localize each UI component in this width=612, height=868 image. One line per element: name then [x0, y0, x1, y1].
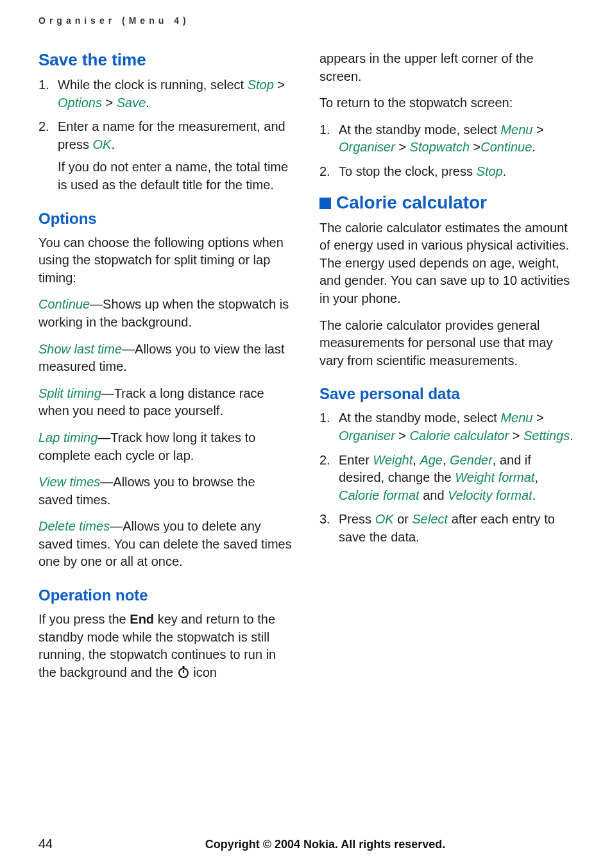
- save-personal-list: 1. At the standby mode, select Menu > Or…: [319, 409, 574, 546]
- text: At the standby mode, select: [339, 123, 500, 137]
- svg-rect-1: [182, 666, 184, 668]
- text: Enter: [339, 453, 373, 467]
- heading-operation-note: Operation note: [38, 586, 293, 604]
- list-body: Enter a name for the measurement, and pr…: [58, 118, 293, 194]
- action-label: OK: [375, 512, 394, 526]
- page-number: 44: [38, 837, 77, 851]
- menu-path-item: Continue: [480, 140, 532, 154]
- text: >: [532, 411, 543, 425]
- option-name: Split timing: [38, 386, 101, 400]
- action-label: OK: [92, 137, 111, 151]
- text: or: [394, 512, 412, 526]
- list-item: 2. Enter a name for the measurement, and…: [38, 118, 293, 194]
- list-number: 2.: [38, 118, 58, 194]
- text: >: [395, 429, 410, 443]
- text: If you do not enter a name, the total ti…: [58, 158, 293, 194]
- menu-path-item: Calorie calculator: [410, 429, 509, 443]
- text: .: [111, 137, 115, 151]
- menu-path-item: Stop: [248, 78, 274, 92]
- list-item: 2. Enter Weight, Age, Gender, and if des…: [319, 452, 574, 505]
- option-item: Split timing—Track a long distance race …: [38, 385, 293, 420]
- list-number: 1.: [319, 409, 339, 445]
- text: If you press the: [38, 612, 130, 626]
- list-body: To stop the clock, press Stop.: [339, 163, 574, 181]
- menu-path-item: Organiser: [339, 140, 395, 154]
- text: ,: [534, 470, 538, 484]
- text: .: [570, 429, 574, 443]
- list-number: 1.: [319, 121, 339, 157]
- heading-save-personal-data: Save personal data: [319, 385, 574, 403]
- copyright-text: Copyright © 2004 Nokia. All rights reser…: [77, 838, 574, 851]
- option-name: Continue: [38, 297, 90, 311]
- stopwatch-icon: [177, 665, 190, 678]
- content-columns: Save the time 1. While the clock is runn…: [38, 44, 574, 690]
- text: >: [102, 96, 117, 110]
- field-name: Weight: [373, 453, 412, 467]
- page-header: Organiser (Menu 4): [38, 15, 574, 26]
- text: >: [470, 140, 480, 154]
- heading-calorie-calculator: Calorie calculator: [319, 192, 574, 213]
- list-item: 2. To stop the clock, press Stop.: [319, 163, 574, 181]
- text: The calorie calculator estimates the amo…: [319, 219, 574, 308]
- text: icon: [190, 665, 217, 679]
- field-name: Velocity format: [448, 488, 532, 502]
- text: appears in the upper left corner of the …: [319, 50, 574, 85]
- text: and: [420, 488, 448, 502]
- text: >: [395, 140, 410, 154]
- text: The calorie calculator provides general …: [319, 317, 574, 370]
- list-body: While the clock is running, select Stop …: [58, 76, 293, 112]
- text: >: [532, 123, 543, 137]
- option-item: Lap timing—Track how long it takes to co…: [38, 429, 293, 464]
- right-column: appears in the upper left corner of the …: [319, 44, 574, 690]
- list-item: 1. At the standby mode, select Menu > Or…: [319, 409, 574, 445]
- option-name: Lap timing: [38, 430, 98, 445]
- menu-path-item: Stopwatch: [410, 140, 470, 154]
- heading-save-the-time: Save the time: [38, 50, 293, 70]
- save-time-list: 1. While the clock is running, select St…: [38, 76, 293, 194]
- section-square-icon: [319, 198, 331, 209]
- option-name: View times: [38, 475, 100, 489]
- text: ,: [412, 453, 420, 467]
- list-body: Enter Weight, Age, Gender, and if desire…: [339, 452, 574, 505]
- list-body: At the standby mode, select Menu > Organ…: [339, 409, 574, 445]
- left-column: Save the time 1. While the clock is runn…: [38, 44, 293, 690]
- action-label: Stop: [477, 164, 503, 178]
- key-name: End: [130, 612, 154, 626]
- text: Press: [339, 512, 375, 526]
- list-item: 3. Press OK or Select after each entry t…: [319, 511, 574, 546]
- option-item: View times—Allows you to browse the save…: [38, 473, 293, 509]
- list-number: 3.: [319, 511, 339, 546]
- menu-path-item: Organiser: [339, 429, 395, 443]
- text: .: [532, 488, 536, 502]
- list-body: At the standby mode, select Menu > Organ…: [339, 121, 574, 157]
- return-stopwatch-list: 1. At the standby mode, select Menu > Or…: [319, 121, 574, 181]
- list-body: Press OK or Select after each entry to s…: [339, 511, 574, 546]
- text: To stop the clock, press: [339, 164, 477, 178]
- field-name: Gender: [450, 453, 493, 467]
- text: >: [274, 78, 285, 92]
- text: While the clock is running, select: [58, 78, 248, 92]
- text: At the standby mode, select: [339, 411, 500, 425]
- text: .: [532, 140, 536, 154]
- option-name: Show last time: [38, 342, 122, 356]
- text: To return to the stopwatch screen:: [319, 94, 574, 112]
- option-name: Delete times: [38, 519, 110, 533]
- list-number: 2.: [319, 163, 339, 181]
- menu-path-item: Settings: [523, 429, 570, 443]
- page-footer: 44 Copyright © 2004 Nokia. All rights re…: [38, 837, 574, 851]
- option-item: Show last time—Allows you to view the la…: [38, 341, 293, 376]
- list-item: 1. At the standby mode, select Menu > Or…: [319, 121, 574, 157]
- list-number: 1.: [38, 76, 58, 112]
- text: .: [146, 96, 149, 110]
- heading-options: Options: [38, 210, 293, 228]
- option-item: Continue—Shows up when the stopwatch is …: [38, 296, 293, 331]
- field-name: Age: [420, 453, 443, 467]
- menu-path-item: Menu: [500, 411, 532, 425]
- field-name: Calorie format: [339, 488, 420, 502]
- list-number: 2.: [319, 452, 339, 505]
- operation-note-text: If you press the End key and return to t…: [38, 611, 293, 681]
- list-item: 1. While the clock is running, select St…: [38, 76, 293, 112]
- menu-path-item: Save: [117, 96, 146, 110]
- text: You can choose the following options whe…: [38, 234, 293, 287]
- action-label: Select: [412, 512, 448, 526]
